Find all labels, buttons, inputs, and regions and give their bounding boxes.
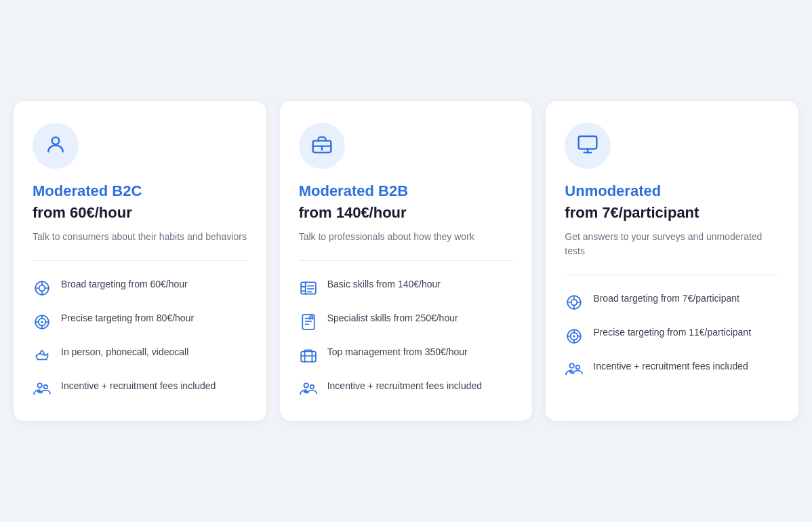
basic-skills-icon xyxy=(299,279,318,298)
target-icon xyxy=(565,293,584,312)
feature-text: Broad targeting from 60€/hour xyxy=(61,277,188,292)
svg-point-40 xyxy=(571,300,577,306)
target-icon xyxy=(33,279,52,298)
svg-point-53 xyxy=(576,365,580,369)
feature-text: Broad targeting from 7€/participant xyxy=(593,292,739,306)
card-unmoderated: Unmoderated from 7€/participant Get answ… xyxy=(546,101,798,421)
target-precise-icon xyxy=(565,327,584,346)
handshake-icon xyxy=(33,346,52,365)
features-list: Broad targeting from 60€/hour Precise ta… xyxy=(33,277,247,399)
feature-text: Incentive + recruitment fees included xyxy=(61,379,216,393)
feature-text: Top management from 350€/hour xyxy=(327,345,468,359)
briefcase-header-icon xyxy=(311,134,333,158)
specialist-icon xyxy=(299,313,318,332)
features-list: Broad targeting from 7€/participant Prec… xyxy=(565,292,779,380)
svg-point-15 xyxy=(44,385,47,388)
incentive-icon xyxy=(33,380,52,399)
card-icon-circle xyxy=(299,123,345,169)
monitor-header-icon xyxy=(577,134,598,158)
svg-point-14 xyxy=(38,383,43,388)
card-price: from 60€/hour xyxy=(33,204,247,222)
feature-text: In person, phonecall, videocall xyxy=(61,345,188,359)
card-price: from 7€/participant xyxy=(565,204,779,222)
card-title: Unmoderated xyxy=(565,182,779,200)
feature-item: Basic skills from 140€/hour xyxy=(299,277,514,298)
card-title: Moderated B2B xyxy=(299,182,514,200)
card-description: Talk to professionals about how they wor… xyxy=(299,230,514,244)
feature-text: Basic skills from 140€/hour xyxy=(327,277,441,292)
card-divider xyxy=(299,260,514,261)
feature-item: Incentive + recruitment fees included xyxy=(299,379,514,399)
svg-point-34 xyxy=(304,383,308,388)
card-description: Talk to consumers about their habits and… xyxy=(33,230,247,244)
feature-item: Specialist skills from 250€/hour xyxy=(299,311,514,332)
svg-point-0 xyxy=(52,137,60,144)
feature-item: Top management from 350€/hour xyxy=(299,345,514,365)
card-divider xyxy=(33,260,247,261)
person-header-icon xyxy=(45,134,66,158)
incentive-icon xyxy=(299,380,318,399)
svg-point-2 xyxy=(39,285,45,292)
card-moderated-b2c: Moderated B2C from 60€/hour Talk to cons… xyxy=(14,101,266,421)
card-icon-circle xyxy=(565,123,611,169)
svg-rect-36 xyxy=(579,136,597,149)
card-moderated-b2b: Moderated B2B from 140€/hour Talk to pro… xyxy=(280,101,533,421)
feature-text: Precise targeting from 11€/participant xyxy=(593,325,751,340)
svg-rect-30 xyxy=(301,352,316,362)
feature-text: Incentive + recruitment fees included xyxy=(327,379,482,393)
feature-item: Precise targeting from 80€/hour xyxy=(33,311,247,332)
card-price: from 140€/hour xyxy=(299,204,514,222)
svg-point-47 xyxy=(573,335,575,337)
feature-item: Broad targeting from 7€/participant xyxy=(565,292,779,312)
feature-text: Precise targeting from 80€/hour xyxy=(61,311,194,325)
feature-text: Specialist skills from 250€/hour xyxy=(327,311,458,325)
feature-item: Incentive + recruitment fees included xyxy=(565,359,779,380)
feature-item: In person, phonecall, videocall xyxy=(33,345,247,365)
svg-point-9 xyxy=(41,321,43,323)
svg-point-35 xyxy=(310,385,313,388)
card-description: Get answers to your surveys and unmodera… xyxy=(565,230,779,258)
svg-point-52 xyxy=(570,363,575,368)
card-icon-circle xyxy=(33,123,79,169)
feature-item: Precise targeting from 11€/participant xyxy=(565,325,779,346)
target-precise-icon xyxy=(33,313,52,332)
feature-item: Incentive + recruitment fees included xyxy=(33,379,247,399)
pricing-cards: Moderated B2C from 60€/hour Talk to cons… xyxy=(14,101,798,421)
feature-text: Incentive + recruitment fees included xyxy=(593,359,748,374)
feature-item: Broad targeting from 60€/hour xyxy=(33,277,247,298)
features-list: Basic skills from 140€/hour Specialist s… xyxy=(299,277,514,399)
management-icon xyxy=(299,346,318,365)
card-title: Moderated B2C xyxy=(33,182,247,200)
card-divider xyxy=(565,275,779,275)
incentive-icon xyxy=(565,361,584,380)
